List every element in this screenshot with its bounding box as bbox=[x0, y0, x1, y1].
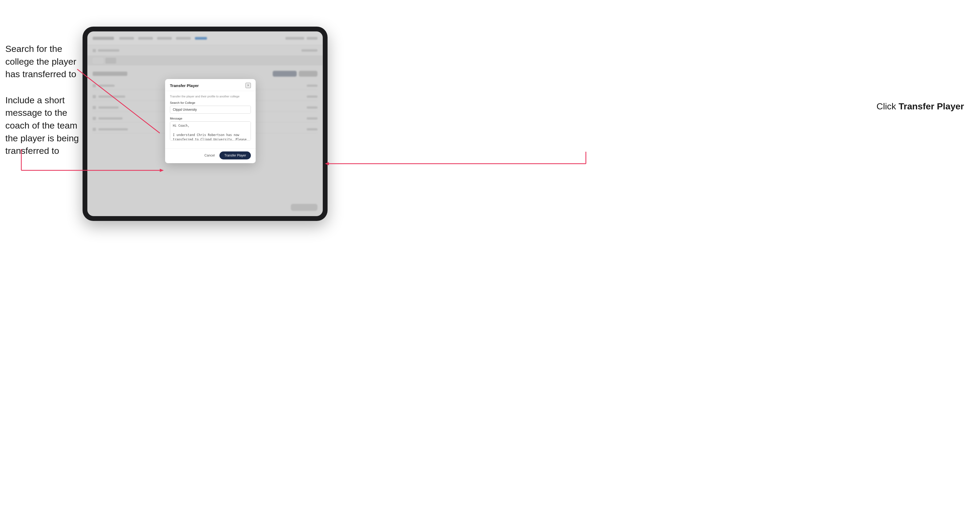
cancel-button[interactable]: Cancel bbox=[202, 152, 217, 159]
annotation-message-text: Include a short message to the coach of … bbox=[5, 94, 80, 157]
message-textarea[interactable] bbox=[170, 121, 251, 141]
search-college-label: Search for College bbox=[170, 101, 251, 104]
annotation-left-block: Search for the college the player has tr… bbox=[5, 43, 80, 171]
modal-body: Transfer the player and their profile to… bbox=[165, 91, 256, 149]
transfer-player-modal: Transfer Player × Transfer the player an… bbox=[165, 79, 256, 163]
modal-footer: Cancel Transfer Player bbox=[165, 149, 256, 163]
annotation-transfer-bold: Transfer Player bbox=[899, 101, 964, 111]
annotation-right-block: Click Transfer Player bbox=[877, 101, 964, 111]
modal-subtitle: Transfer the player and their profile to… bbox=[170, 95, 251, 98]
ipad-screen: Transfer Player × Transfer the player an… bbox=[88, 32, 323, 216]
modal-overlay: Transfer Player × Transfer the player an… bbox=[88, 32, 323, 216]
search-college-group: Search for College bbox=[170, 101, 251, 114]
ipad-frame: Transfer Player × Transfer the player an… bbox=[83, 27, 328, 221]
transfer-player-button[interactable]: Transfer Player bbox=[220, 151, 251, 159]
modal-title: Transfer Player bbox=[170, 83, 199, 88]
search-college-input[interactable] bbox=[170, 106, 251, 114]
annotation-click-text: Click bbox=[877, 101, 896, 111]
modal-close-button[interactable]: × bbox=[245, 83, 251, 88]
message-label: Message bbox=[170, 117, 251, 120]
modal-header: Transfer Player × bbox=[165, 79, 256, 91]
annotation-search-text: Search for the college the player has tr… bbox=[5, 43, 80, 81]
message-group: Message bbox=[170, 117, 251, 141]
